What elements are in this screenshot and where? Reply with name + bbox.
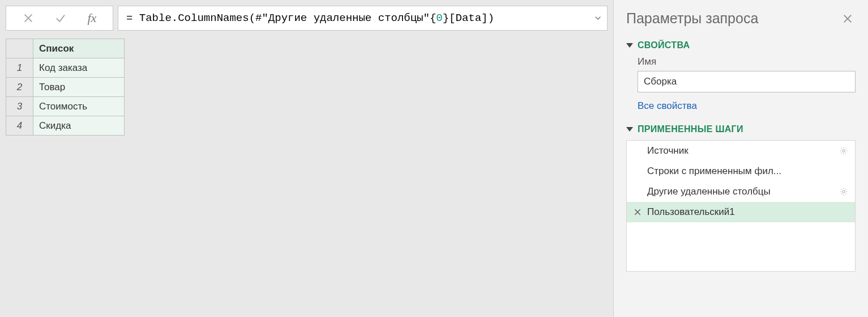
formula-bar-row: fx = Table.ColumnNames(#"Другие удаленны… <box>6 6 608 31</box>
row-number: 3 <box>6 97 33 116</box>
fx-button[interactable]: fx <box>84 11 100 26</box>
table-row[interactable]: 1 Код заказа <box>6 58 125 78</box>
main-content: fx = Table.ColumnNames(#"Другие удаленны… <box>0 0 613 317</box>
panel-title: Параметры запроса <box>626 10 758 27</box>
result-list-table: Список 1 Код заказа 2 Товар 3 Стоимость … <box>6 39 125 136</box>
step-item[interactable]: Пользовательский1 <box>627 202 855 222</box>
query-settings-panel: Параметры запроса СВОЙСТВА Имя Все свойс… <box>613 0 868 317</box>
name-label: Имя <box>638 56 856 67</box>
properties-heading: СВОЙСТВА <box>638 40 690 50</box>
svg-point-1 <box>843 191 845 193</box>
step-label: Источник <box>644 145 837 157</box>
formula-cancel-icon[interactable] <box>19 12 37 24</box>
steps-toggle[interactable]: ПРИМЕНЕННЫЕ ШАГИ <box>626 124 856 134</box>
gear-icon[interactable] <box>837 187 850 196</box>
query-name-input[interactable] <box>638 71 856 92</box>
steps-heading: ПРИМЕНЕННЫЕ ШАГИ <box>638 124 743 134</box>
list-cell: Стоимость <box>33 97 125 116</box>
gear-icon[interactable] <box>837 146 850 155</box>
svg-point-0 <box>843 150 845 152</box>
table-row[interactable]: 2 Товар <box>6 78 125 97</box>
formula-toolbar: fx <box>6 6 113 31</box>
formula-confirm-icon[interactable] <box>52 12 70 24</box>
step-label: Пользовательский1 <box>644 206 850 218</box>
step-item[interactable]: Строки с примененным фил... <box>627 161 855 181</box>
steps-list: Источник Строки с примененным фил... Дру… <box>626 140 856 272</box>
chevron-down-icon <box>626 127 633 132</box>
list-cell: Товар <box>33 78 125 97</box>
all-properties-link[interactable]: Все свойства <box>638 100 697 112</box>
table-row[interactable]: 4 Скидка <box>6 116 125 136</box>
row-number: 1 <box>6 58 33 78</box>
panel-header: Параметры запроса <box>626 10 856 27</box>
delete-step-icon[interactable] <box>631 208 644 217</box>
formula-expand-icon[interactable] <box>593 14 602 23</box>
step-label: Строки с примененным фил... <box>644 166 850 177</box>
applied-steps-section: ПРИМЕНЕННЫЕ ШАГИ Источник Строки с приме… <box>626 124 856 299</box>
step-item[interactable]: Источник <box>627 141 855 161</box>
formula-input[interactable]: = Table.ColumnNames(#"Другие удаленные с… <box>118 6 608 31</box>
chevron-down-icon <box>626 43 633 48</box>
formula-text: = Table.ColumnNames(#"Другие удаленные с… <box>126 12 494 24</box>
step-label: Другие удаленные столбцы <box>644 186 837 197</box>
properties-toggle[interactable]: СВОЙСТВА <box>626 40 856 50</box>
properties-section: СВОЙСТВА Имя Все свойства <box>626 40 856 112</box>
close-icon[interactable] <box>840 11 856 27</box>
step-item[interactable]: Другие удаленные столбцы <box>627 181 855 202</box>
row-number: 4 <box>6 116 33 136</box>
list-cell: Скидка <box>33 116 125 136</box>
table-corner[interactable] <box>6 39 33 58</box>
list-column-header[interactable]: Список <box>33 39 125 58</box>
table-row[interactable]: 3 Стоимость <box>6 97 125 116</box>
row-number: 2 <box>6 78 33 97</box>
list-cell: Код заказа <box>33 58 125 78</box>
